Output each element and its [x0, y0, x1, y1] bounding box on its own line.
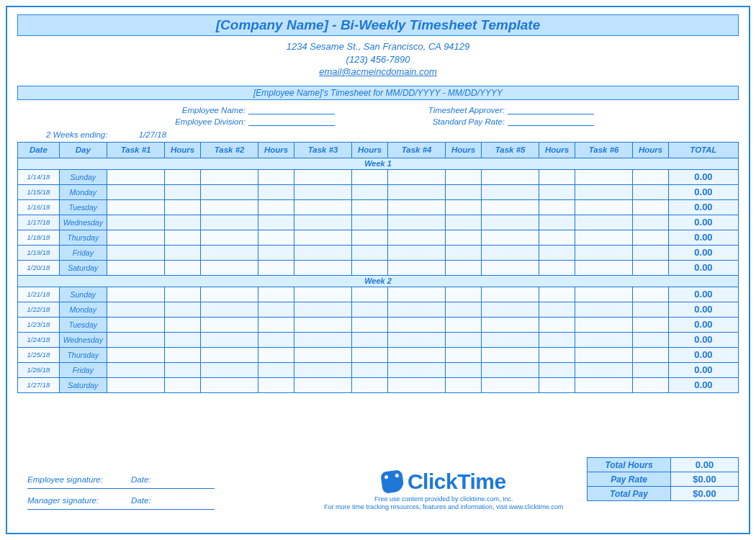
cell-hours[interactable]: [258, 287, 294, 302]
cell-hours[interactable]: [633, 230, 669, 245]
cell-task[interactable]: [200, 347, 258, 362]
cell-hours[interactable]: [446, 199, 482, 215]
cell-hours[interactable]: [633, 347, 669, 362]
cell-task[interactable]: [481, 347, 539, 362]
cell-hours[interactable]: [258, 260, 294, 275]
cell-hours[interactable]: [633, 184, 669, 199]
cell-task[interactable]: [294, 377, 351, 392]
cell-hours[interactable]: [633, 215, 669, 230]
cell-task[interactable]: [387, 317, 445, 332]
cell-task[interactable]: [294, 230, 351, 245]
cell-task[interactable]: [107, 230, 164, 245]
cell-hours[interactable]: [539, 260, 575, 275]
cell-hours[interactable]: [352, 287, 388, 302]
cell-hours[interactable]: [446, 362, 482, 377]
cell-hours[interactable]: [633, 169, 669, 184]
cell-task[interactable]: [294, 317, 351, 332]
cell-task[interactable]: [387, 347, 445, 362]
cell-task[interactable]: [481, 377, 539, 392]
cell-task[interactable]: [481, 287, 539, 302]
cell-hours[interactable]: [258, 362, 294, 377]
cell-task[interactable]: [107, 347, 164, 362]
cell-hours[interactable]: [165, 260, 201, 275]
cell-hours[interactable]: [633, 245, 669, 260]
cell-hours[interactable]: [258, 332, 294, 347]
cell-hours[interactable]: [539, 184, 575, 199]
cell-task[interactable]: [200, 230, 258, 245]
cell-hours[interactable]: [539, 245, 575, 260]
cell-hours[interactable]: [539, 199, 575, 215]
cell-task[interactable]: [200, 169, 258, 184]
cell-hours[interactable]: [165, 199, 201, 215]
cell-task[interactable]: [575, 287, 632, 302]
cell-task[interactable]: [294, 362, 351, 377]
cell-hours[interactable]: [539, 317, 575, 332]
cell-hours[interactable]: [539, 347, 575, 362]
cell-task[interactable]: [294, 199, 351, 215]
cell-hours[interactable]: [165, 169, 201, 184]
cell-task[interactable]: [200, 317, 258, 332]
cell-task[interactable]: [107, 362, 164, 377]
cell-task[interactable]: [481, 260, 539, 275]
cell-hours[interactable]: [633, 377, 669, 392]
cell-task[interactable]: [387, 260, 445, 275]
cell-hours[interactable]: [633, 362, 669, 377]
cell-hours[interactable]: [352, 199, 388, 215]
cell-task[interactable]: [575, 362, 632, 377]
cell-hours[interactable]: [258, 317, 294, 332]
cell-task[interactable]: [294, 347, 351, 362]
cell-hours[interactable]: [165, 215, 201, 230]
employee-name-field[interactable]: [248, 104, 335, 114]
cell-hours[interactable]: [446, 332, 482, 347]
cell-hours[interactable]: [446, 302, 482, 317]
cell-hours[interactable]: [633, 199, 669, 215]
cell-task[interactable]: [387, 287, 445, 302]
cell-task[interactable]: [387, 245, 445, 260]
cell-task[interactable]: [107, 184, 164, 199]
cell-hours[interactable]: [352, 302, 388, 317]
cell-hours[interactable]: [258, 377, 294, 392]
cell-hours[interactable]: [165, 317, 201, 332]
company-email-link[interactable]: email@acmeincdomain.com: [319, 66, 436, 77]
cell-task[interactable]: [387, 184, 445, 199]
cell-hours[interactable]: [258, 347, 294, 362]
cell-hours[interactable]: [165, 302, 201, 317]
cell-hours[interactable]: [352, 362, 388, 377]
cell-task[interactable]: [200, 332, 258, 347]
cell-task[interactable]: [575, 169, 632, 184]
cell-task[interactable]: [575, 317, 632, 332]
cell-task[interactable]: [200, 184, 258, 199]
cell-hours[interactable]: [633, 332, 669, 347]
cell-task[interactable]: [107, 302, 164, 317]
cell-task[interactable]: [107, 287, 164, 302]
cell-task[interactable]: [575, 260, 632, 275]
cell-task[interactable]: [294, 245, 351, 260]
cell-task[interactable]: [387, 215, 445, 230]
cell-hours[interactable]: [258, 302, 294, 317]
cell-task[interactable]: [200, 245, 258, 260]
cell-task[interactable]: [575, 347, 632, 362]
cell-hours[interactable]: [352, 332, 388, 347]
cell-hours[interactable]: [258, 184, 294, 199]
cell-task[interactable]: [481, 317, 539, 332]
cell-hours[interactable]: [633, 287, 669, 302]
cell-hours[interactable]: [258, 215, 294, 230]
cell-hours[interactable]: [258, 199, 294, 215]
cell-task[interactable]: [107, 199, 164, 215]
cell-hours[interactable]: [165, 347, 201, 362]
cell-hours[interactable]: [539, 377, 575, 392]
cell-hours[interactable]: [352, 169, 388, 184]
cell-hours[interactable]: [539, 169, 575, 184]
cell-task[interactable]: [200, 302, 258, 317]
cell-hours[interactable]: [539, 362, 575, 377]
cell-task[interactable]: [107, 169, 164, 184]
cell-hours[interactable]: [446, 377, 482, 392]
cell-hours[interactable]: [539, 287, 575, 302]
cell-hours[interactable]: [539, 302, 575, 317]
cell-hours[interactable]: [446, 169, 482, 184]
timesheet-approver-field[interactable]: [508, 104, 594, 114]
cell-hours[interactable]: [446, 245, 482, 260]
cell-hours[interactable]: [446, 215, 482, 230]
cell-task[interactable]: [481, 245, 539, 260]
cell-hours[interactable]: [539, 332, 575, 347]
